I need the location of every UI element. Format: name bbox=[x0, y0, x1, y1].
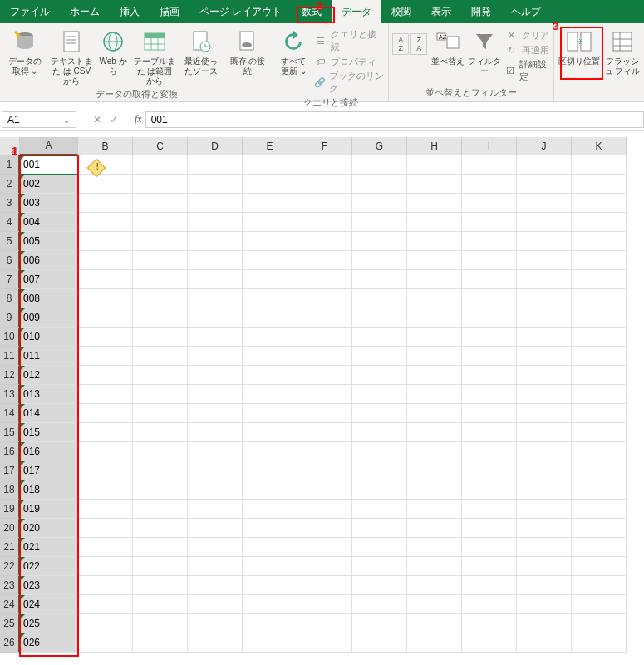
cell-J19[interactable] bbox=[517, 500, 572, 519]
col-header-I[interactable]: I bbox=[462, 137, 517, 155]
cell-H10[interactable] bbox=[407, 328, 462, 347]
row-header[interactable]: 24 bbox=[0, 595, 20, 614]
cell-F2[interactable] bbox=[297, 175, 352, 194]
row-header[interactable]: 3 bbox=[0, 194, 20, 213]
cell-A1[interactable]: 001 bbox=[20, 155, 78, 175]
sort-button[interactable]: AZ 並べ替え bbox=[430, 25, 465, 66]
cell-E5[interactable] bbox=[243, 232, 297, 251]
cell-I1[interactable] bbox=[462, 155, 517, 175]
cell-I25[interactable] bbox=[462, 614, 517, 633]
cell-G19[interactable] bbox=[352, 500, 407, 519]
cell-C12[interactable] bbox=[133, 366, 188, 385]
cell-G1[interactable] bbox=[352, 155, 407, 175]
cell-E23[interactable] bbox=[243, 576, 297, 595]
cell-B12[interactable] bbox=[78, 366, 133, 385]
cell-E1[interactable] bbox=[243, 155, 297, 175]
cell-H6[interactable] bbox=[407, 251, 462, 270]
cell-D4[interactable] bbox=[188, 213, 243, 232]
col-header-E[interactable]: E bbox=[243, 137, 297, 155]
cell-E11[interactable] bbox=[243, 347, 297, 366]
cell-F13[interactable] bbox=[297, 385, 352, 404]
cell-E24[interactable] bbox=[243, 595, 297, 614]
cell-B25[interactable] bbox=[78, 614, 133, 633]
cell-J12[interactable] bbox=[517, 366, 572, 385]
cell-J20[interactable] bbox=[517, 519, 572, 538]
cell-F4[interactable] bbox=[297, 213, 352, 232]
cell-G24[interactable] bbox=[352, 595, 407, 614]
cell-H21[interactable] bbox=[407, 538, 462, 557]
cell-D2[interactable] bbox=[188, 175, 243, 194]
cell-A12[interactable]: 012 bbox=[20, 366, 78, 385]
cell-G17[interactable] bbox=[352, 461, 407, 480]
cell-D18[interactable] bbox=[188, 480, 243, 500]
cell-K11[interactable] bbox=[572, 347, 627, 366]
cell-G20[interactable] bbox=[352, 519, 407, 538]
cell-E16[interactable] bbox=[243, 442, 297, 461]
cell-F6[interactable] bbox=[297, 251, 352, 270]
cell-I22[interactable] bbox=[462, 557, 517, 576]
cell-D22[interactable] bbox=[188, 557, 243, 576]
cell-E8[interactable] bbox=[243, 289, 297, 308]
cell-J2[interactable] bbox=[517, 175, 572, 194]
cell-E18[interactable] bbox=[243, 480, 297, 500]
cancel-icon[interactable]: ✕ bbox=[93, 114, 101, 126]
cell-F22[interactable] bbox=[297, 557, 352, 576]
tab-校閲[interactable]: 校閲 bbox=[381, 0, 421, 23]
cell-G5[interactable] bbox=[352, 232, 407, 251]
cell-E14[interactable] bbox=[243, 404, 297, 423]
cell-A2[interactable]: 002 bbox=[20, 175, 78, 194]
cell-H12[interactable] bbox=[407, 366, 462, 385]
cell-D12[interactable] bbox=[188, 366, 243, 385]
cell-A23[interactable]: 023 bbox=[20, 576, 78, 595]
cell-E22[interactable] bbox=[243, 557, 297, 576]
cell-J11[interactable] bbox=[517, 347, 572, 366]
cell-K6[interactable] bbox=[572, 251, 627, 270]
row-header[interactable]: 13 bbox=[0, 385, 20, 404]
row-header[interactable]: 15 bbox=[0, 423, 20, 442]
cell-F17[interactable] bbox=[297, 461, 352, 480]
cell-B11[interactable] bbox=[78, 347, 133, 366]
name-box[interactable]: A1⌄ bbox=[2, 111, 76, 128]
cell-G11[interactable] bbox=[352, 347, 407, 366]
cell-G3[interactable] bbox=[352, 194, 407, 213]
cell-B9[interactable] bbox=[78, 308, 133, 328]
cell-C17[interactable] bbox=[133, 461, 188, 480]
cell-A6[interactable]: 006 bbox=[20, 251, 78, 270]
cell-K25[interactable] bbox=[572, 614, 627, 633]
cell-E4[interactable] bbox=[243, 213, 297, 232]
cell-D9[interactable] bbox=[188, 308, 243, 328]
from-table-range-button[interactable]: テーブルまた は範囲から bbox=[133, 25, 176, 86]
row-header[interactable]: 14 bbox=[0, 404, 20, 423]
cell-C9[interactable] bbox=[133, 308, 188, 328]
cell-C23[interactable] bbox=[133, 576, 188, 595]
cell-J13[interactable] bbox=[517, 385, 572, 404]
row-header[interactable]: 2 bbox=[0, 175, 20, 194]
cell-B22[interactable] bbox=[78, 557, 133, 576]
row-header[interactable]: 17 bbox=[0, 461, 20, 480]
cell-A24[interactable]: 024 bbox=[20, 595, 78, 614]
cell-B2[interactable] bbox=[78, 175, 133, 194]
cell-D25[interactable] bbox=[188, 614, 243, 633]
cell-I17[interactable] bbox=[462, 461, 517, 480]
formula-bar[interactable]: 001 bbox=[145, 111, 644, 128]
cell-D1[interactable] bbox=[188, 155, 243, 175]
row-header[interactable]: 16 bbox=[0, 442, 20, 461]
cell-D5[interactable] bbox=[188, 232, 243, 251]
cell-K5[interactable] bbox=[572, 232, 627, 251]
cell-G13[interactable] bbox=[352, 385, 407, 404]
cell-C1[interactable] bbox=[133, 155, 188, 175]
from-web-button[interactable]: Web から bbox=[96, 25, 130, 76]
cell-C16[interactable] bbox=[133, 442, 188, 461]
cell-D21[interactable] bbox=[188, 538, 243, 557]
tab-挿入[interactable]: 挿入 bbox=[110, 0, 150, 23]
cell-F3[interactable] bbox=[297, 194, 352, 213]
cell-G21[interactable] bbox=[352, 538, 407, 557]
cell-J22[interactable] bbox=[517, 557, 572, 576]
row-header[interactable]: 5 bbox=[0, 232, 20, 251]
cell-B19[interactable] bbox=[78, 500, 133, 519]
cell-J14[interactable] bbox=[517, 404, 572, 423]
cell-G7[interactable] bbox=[352, 270, 407, 289]
cell-D7[interactable] bbox=[188, 270, 243, 289]
row-header[interactable]: 22 bbox=[0, 557, 20, 576]
cell-H1[interactable] bbox=[407, 155, 462, 175]
